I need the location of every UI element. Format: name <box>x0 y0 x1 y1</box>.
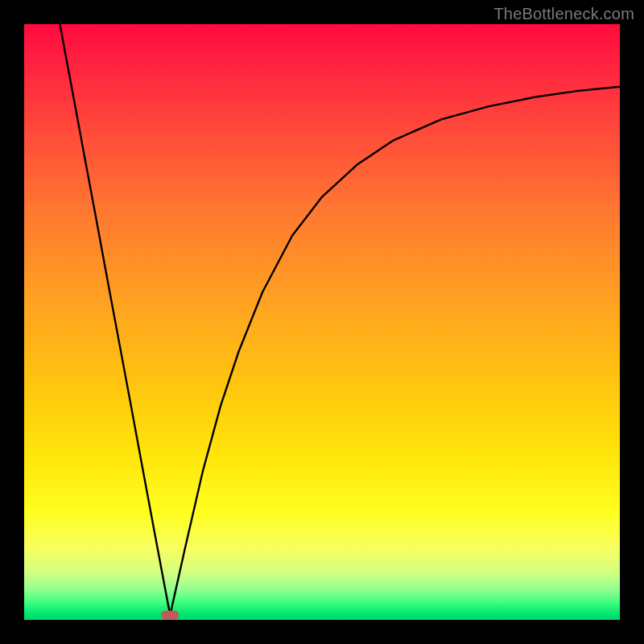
chart-frame: TheBottleneck.com <box>0 0 644 644</box>
curve-line <box>24 24 620 620</box>
attribution-text: TheBottleneck.com <box>493 5 634 23</box>
curve-path <box>60 24 620 615</box>
min-marker <box>161 611 179 620</box>
plot-area <box>24 24 620 620</box>
